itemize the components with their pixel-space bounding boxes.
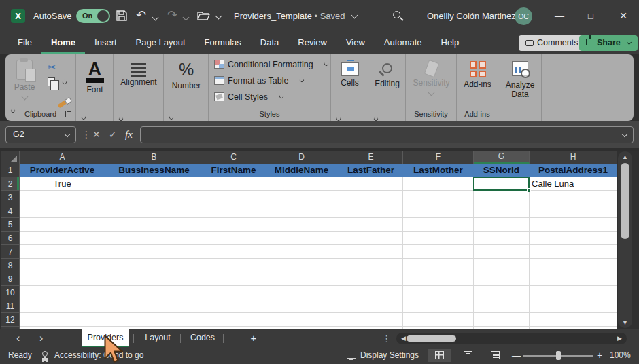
tab-data[interactable]: Data [251,32,288,54]
format-as-table-button[interactable]: Format as Table [214,76,298,90]
cell-D9[interactable] [264,272,339,286]
zoom-level[interactable]: 100% [610,347,631,364]
save-icon[interactable] [116,10,128,22]
cell-B10[interactable] [105,286,203,299]
name-box[interactable]: G2 [5,126,76,143]
copy-chevron-icon[interactable] [62,79,67,85]
cell-H8[interactable] [530,259,617,272]
cell-A11[interactable] [20,299,105,313]
cell-A5[interactable] [20,218,105,232]
insert-function-icon[interactable]: fx [125,126,133,143]
cell-A9[interactable] [20,272,105,286]
font-button[interactable]: A Font [76,60,114,94]
cell-G8[interactable] [474,259,530,272]
normal-view-button[interactable] [428,349,451,362]
cell-F12[interactable] [403,313,474,327]
undo-icon[interactable]: ↶ [136,8,146,22]
column-header-A[interactable]: A [20,151,105,164]
cell-A8[interactable] [20,259,105,272]
row-header-9[interactable]: 9 [1,272,20,286]
sheet-tab-layout[interactable]: Layout [138,329,177,348]
cell-A10[interactable] [20,286,105,299]
cell-H3[interactable] [530,191,617,204]
cell-A2[interactable]: True [20,177,105,191]
cell-A3[interactable] [20,191,105,204]
cell-H7[interactable] [530,245,617,259]
formula-input[interactable] [140,126,634,143]
cell-B12[interactable] [105,313,203,327]
cell-G5[interactable] [474,218,530,232]
alignment-button[interactable]: Alignment [114,61,164,87]
row-header-10[interactable]: 10 [1,286,20,299]
cell-G1[interactable]: SSNorId [474,164,530,177]
row-header-5[interactable]: 5 [1,218,20,232]
cell-B6[interactable] [105,232,203,245]
row-header-11[interactable]: 11 [1,299,20,313]
cell-B3[interactable] [105,191,203,204]
column-header-D[interactable]: D [264,151,339,164]
cell-D2[interactable] [264,177,339,191]
undo-chevron-icon[interactable] [152,14,159,21]
scroll-down-icon[interactable]: ▼ [618,319,632,326]
close-button[interactable]: ✕ [609,0,638,32]
row-header-7[interactable]: 7 [1,245,20,259]
format-painter-icon[interactable] [58,100,68,109]
next-sheet-icon[interactable]: › [39,329,43,347]
open-folder-icon[interactable] [197,11,210,20]
cell-F4[interactable] [403,204,474,218]
autosave-toggle[interactable]: On [76,9,110,23]
cell-B1[interactable]: BussinessName [105,164,203,177]
zoom-in-button[interactable]: + [597,347,602,364]
cell-G3[interactable] [474,191,530,204]
tab-formulas[interactable]: Formulas [195,32,251,54]
cell-E11[interactable] [339,299,403,313]
quick-access-chevron-icon[interactable] [215,13,222,20]
column-header-B[interactable]: B [105,151,203,164]
tab-automate[interactable]: Automate [375,32,432,54]
new-sheet-button[interactable]: + [243,329,264,348]
cell-A6[interactable] [20,232,105,245]
cell-C4[interactable] [203,204,264,218]
cell-C5[interactable] [203,218,264,232]
cell-D6[interactable] [264,232,339,245]
cell-F9[interactable] [403,272,474,286]
cell-styles-button[interactable]: Cell Styles [214,92,278,106]
cell-F3[interactable] [403,191,474,204]
cell-D7[interactable] [264,245,339,259]
page-layout-view-button[interactable] [457,349,480,362]
cell-H2[interactable]: Calle Luna [530,177,617,191]
zoom-slider-handle[interactable] [556,351,561,360]
tab-review[interactable]: Review [288,32,336,54]
cell-A1[interactable]: ProviderActive [20,164,105,177]
zoom-out-button[interactable]: — [512,347,521,364]
cell-H12[interactable] [530,313,617,327]
fill-handle[interactable] [527,188,531,192]
row-header-12[interactable]: 12 [1,313,20,327]
cell-B7[interactable] [105,245,203,259]
cell-H1[interactable]: PostalAddress1 [530,164,617,177]
cell-B5[interactable] [105,218,203,232]
cell-C3[interactable] [203,191,264,204]
column-header-F[interactable]: F [403,151,474,164]
search-icon[interactable] [393,11,400,18]
user-name[interactable]: Oneilly Colón Martinez [427,0,516,32]
cell-E1[interactable]: LastFather [339,164,403,177]
cell-D8[interactable] [264,259,339,272]
cell-F6[interactable] [403,232,474,245]
minimize-button[interactable]: — [545,0,574,32]
maximize-button[interactable]: □ [576,0,605,32]
cell-F5[interactable] [403,218,474,232]
cell-E7[interactable] [339,245,403,259]
cell-C1[interactable]: FirstName [203,164,264,177]
cell-H11[interactable] [530,299,617,313]
page-break-view-button[interactable] [484,349,507,362]
cell-A4[interactable] [20,204,105,218]
cell-D4[interactable] [264,204,339,218]
cell-C10[interactable] [203,286,264,299]
cell-F10[interactable] [403,286,474,299]
cell-E3[interactable] [339,191,403,204]
cell-E4[interactable] [339,204,403,218]
tab-file[interactable]: File [8,32,41,54]
column-header-H[interactable]: H [530,151,617,164]
number-button[interactable]: % Number [164,60,209,90]
